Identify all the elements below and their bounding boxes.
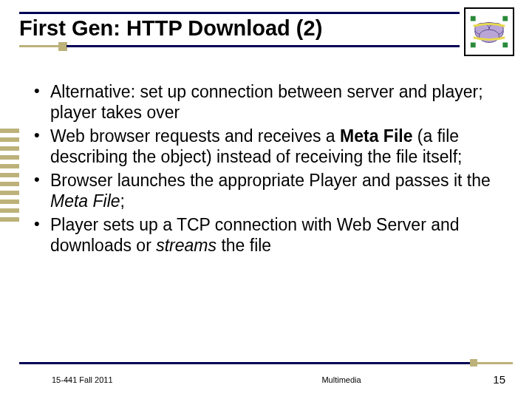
footer-course: 15-441 Fall 2011 <box>52 375 207 384</box>
footer-rule <box>19 359 513 366</box>
svg-rect-7 <box>502 43 508 48</box>
list-item: Web browser requests and receives a Meta… <box>30 126 502 167</box>
content-area: Alternative: set up connection between s… <box>30 81 502 259</box>
list-item: Alternative: set up connection between s… <box>30 81 502 123</box>
svg-rect-4 <box>471 16 476 21</box>
title-top-rule <box>19 12 460 14</box>
slide-number: 15 <box>476 373 505 386</box>
title-area: First Gen: HTTP Download (2) <box>19 12 460 47</box>
svg-rect-5 <box>502 16 508 21</box>
cloud-network-icon <box>464 7 514 56</box>
decorative-stripes <box>0 129 19 226</box>
footer-topic: Multimedia <box>207 375 476 384</box>
title-underline <box>19 45 460 47</box>
svg-rect-6 <box>471 43 476 48</box>
slide-title: First Gen: HTTP Download (2) <box>19 16 460 45</box>
slide: First Gen: HTTP Download (2) <box>0 0 532 399</box>
footer: 15-441 Fall 2011 Multimedia 15 <box>0 373 532 386</box>
bullet-list: Alternative: set up connection between s… <box>30 81 502 256</box>
list-item: Browser launches the appropriate Player … <box>30 170 502 211</box>
list-item: Player sets up a TCP connection with Web… <box>30 214 502 256</box>
